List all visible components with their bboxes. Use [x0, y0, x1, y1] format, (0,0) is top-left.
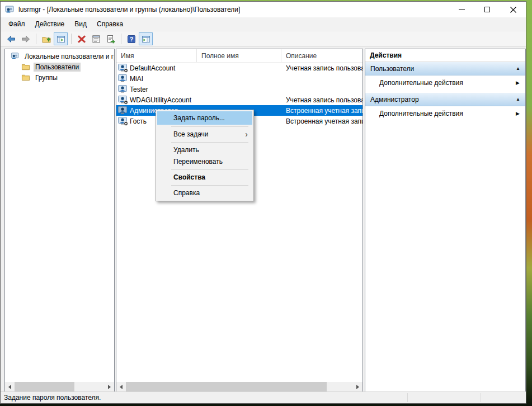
user-description: Учетная запись пользоват [281, 63, 362, 73]
users-computer-icon [11, 52, 20, 60]
window-controls [449, 2, 526, 17]
console-tree-pane: Локальные пользователи и гру Пользовател… [4, 49, 115, 392]
user-disabled-icon [118, 64, 127, 72]
scroll-right-icon [108, 385, 111, 389]
export-list-button[interactable] [103, 32, 117, 45]
actions-item-more-actions-administrator[interactable]: Дополнительные действия ▶ [365, 106, 525, 121]
user-description [281, 73, 362, 84]
user-row-miai[interactable]: MiAI [116, 73, 362, 84]
minimize-button[interactable] [449, 2, 474, 17]
scroll-left-icon [8, 385, 11, 389]
scroll-left-button[interactable] [5, 382, 15, 391]
actions-section-users[interactable]: Пользователи ▲ [365, 62, 525, 75]
context-menu-properties[interactable]: Свойства [156, 172, 253, 183]
delete-button[interactable] [74, 32, 88, 45]
back-icon [7, 35, 16, 44]
disabled-badge-icon [124, 121, 128, 126]
console-tree-icon [57, 35, 65, 44]
user-icon [118, 74, 127, 83]
scroll-right-button[interactable] [353, 382, 362, 391]
more-actions-label: Дополнительные действия [379, 79, 463, 87]
actions-pane: Действия Пользователи ▲ Дополнительные д… [365, 49, 526, 392]
statusbar: Задание пароля пользователя. [1, 391, 526, 403]
up-one-level-button[interactable] [39, 32, 53, 45]
help-button[interactable]: ? [124, 32, 138, 45]
tree-root-local-users-groups[interactable]: Локальные пользователи и гру [5, 51, 114, 62]
context-menu-delete[interactable]: Удалить [156, 144, 253, 156]
submenu-arrow-icon: ▶ [516, 111, 520, 116]
properties-button[interactable] [89, 32, 103, 45]
folder-icon [21, 63, 30, 71]
context-menu-rename[interactable]: Переименовать [156, 156, 253, 168]
scrollbar-track[interactable] [15, 382, 105, 391]
tree-item-users-label: Пользователи [34, 63, 81, 72]
tree-item-groups-label: Группы [34, 73, 59, 82]
actions-section-administrator-label: Администратор [370, 96, 419, 103]
svg-text:?: ? [129, 36, 133, 43]
menu-view[interactable]: Вид [69, 18, 92, 30]
collapse-icon[interactable]: ▲ [516, 97, 520, 102]
context-menu-help[interactable]: Справка [156, 187, 253, 199]
more-actions-label: Дополнительные действия [379, 110, 463, 117]
menu-separator [171, 185, 248, 186]
user-name: MiAI [130, 75, 143, 83]
user-row-tester[interactable]: Tester [116, 84, 362, 95]
menu-action[interactable]: Действие [30, 18, 70, 30]
submenu-chevron-icon: › [245, 129, 248, 140]
scrollbar-track[interactable] [126, 382, 353, 391]
properties-icon [92, 35, 101, 44]
user-description: Встроенная учетная запис [281, 105, 362, 116]
collapse-icon[interactable]: ▲ [516, 66, 520, 71]
menu-separator [171, 142, 248, 143]
user-description [281, 84, 362, 95]
user-full-name [197, 84, 281, 95]
back-button[interactable] [4, 32, 18, 45]
show-console-tree-button[interactable] [54, 32, 68, 45]
menu-file[interactable]: Файл [3, 18, 30, 30]
forward-button[interactable] [18, 32, 32, 45]
statusbar-divider [407, 393, 408, 402]
scroll-right-button[interactable] [105, 382, 114, 391]
submenu-arrow-icon: ▶ [516, 80, 520, 86]
maximize-button[interactable] [474, 2, 500, 17]
context-menu-set-password[interactable]: Задать пароль... [157, 111, 252, 125]
toolbar-separator [71, 34, 72, 44]
window-title: lusrmgr - [Локальные пользователи и груп… [18, 6, 240, 13]
column-header-description[interactable]: Описание [281, 49, 362, 62]
toolbar-separator [121, 34, 121, 44]
tree: Локальные пользователи и гру Пользовател… [5, 49, 114, 83]
app-window: lusrmgr - [Локальные пользователи и груп… [0, 1, 526, 404]
user-row-defaultaccount[interactable]: DefaultAccount Учетная запись пользоват [116, 63, 362, 73]
tree-item-groups[interactable]: Группы [5, 72, 114, 83]
tree-horizontal-scrollbar[interactable] [5, 382, 114, 391]
delete-icon [77, 35, 86, 44]
user-description: Встроенная учетная запис [281, 116, 362, 126]
actions-section-administrator[interactable]: Администратор ▲ [365, 93, 525, 106]
scroll-left-button[interactable] [116, 382, 126, 391]
column-header-full-name[interactable]: Полное имя [197, 49, 281, 62]
list-header: Имя Полное имя Описание [116, 49, 362, 63]
actions-item-more-actions-users[interactable]: Дополнительные действия ▶ [365, 75, 525, 90]
menu-separator [171, 126, 248, 127]
tree-item-users[interactable]: Пользователи [5, 62, 114, 72]
app-icon [5, 5, 15, 15]
user-icon [118, 85, 127, 93]
scroll-left-icon [120, 385, 123, 389]
scrollbar-thumb[interactable] [126, 382, 327, 391]
disabled-badge-icon [124, 68, 128, 73]
user-disabled-icon [118, 117, 127, 125]
scrollbar-thumb[interactable] [15, 382, 74, 391]
desktop-background: lusrmgr - [Локальные пользователи и груп… [0, 0, 532, 406]
show-action-pane-button[interactable] [139, 32, 153, 45]
menu-help[interactable]: Справка [92, 18, 128, 30]
user-disabled-icon [118, 96, 127, 104]
user-list-pane: Имя Полное имя Описание DefaultAccount У… [116, 49, 363, 392]
column-header-name[interactable]: Имя [116, 49, 197, 62]
menubar: Файл Действие Вид Справка [1, 17, 526, 31]
minimize-icon [459, 10, 465, 10]
context-menu-all-tasks[interactable]: Все задачи › [156, 129, 253, 140]
action-pane-icon [142, 35, 150, 44]
list-horizontal-scrollbar[interactable] [116, 382, 362, 391]
user-row-wdagutilityaccount[interactable]: WDAGUtilityAccount Учетная запись пользо… [116, 95, 362, 105]
close-button[interactable] [500, 2, 526, 17]
